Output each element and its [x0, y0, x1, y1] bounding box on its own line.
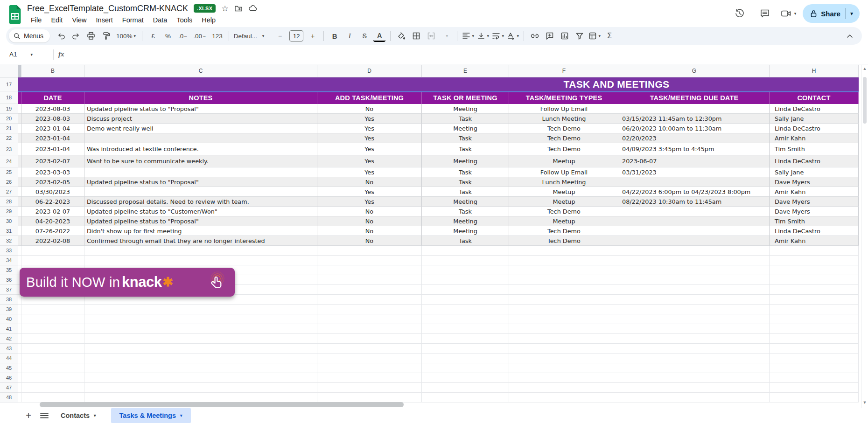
header-notes[interactable]: NOTES — [84, 91, 317, 104]
cell-due-date[interactable]: 06/20/2023 10:00am to 11:30am — [619, 124, 770, 133]
cell-task-or-meeting[interactable]: Meeting — [422, 226, 509, 236]
row-number[interactable]: 44 — [0, 354, 18, 363]
cell-notes[interactable]: Didn't show up for first meeting — [84, 226, 317, 236]
row-number[interactable]: 34 — [0, 256, 18, 265]
bold-button[interactable]: B — [329, 30, 341, 42]
row-number[interactable]: 22 — [0, 133, 18, 143]
cell-contact[interactable]: Linda DeCastro — [770, 226, 859, 236]
cell-add-task-meeting[interactable]: Yes — [317, 143, 422, 155]
row-number[interactable]: 19 — [0, 104, 18, 114]
print-button[interactable] — [85, 30, 97, 42]
sheet-tab-tasks-meetings[interactable]: Tasks & Meetings ▾ — [111, 408, 191, 423]
cell-contact[interactable]: Linda DeCastro — [770, 104, 859, 114]
row-number[interactable]: 46 — [0, 373, 18, 383]
name-box[interactable]: A1 ▾ — [0, 51, 49, 58]
cell-due-date[interactable] — [619, 207, 770, 216]
vertical-align-button[interactable]: ▾ — [477, 30, 489, 42]
grid-corner[interactable] — [0, 65, 18, 77]
paint-format-button[interactable] — [100, 30, 112, 42]
cell-contact[interactable]: Dave Myers — [770, 177, 859, 187]
row-number[interactable]: 36 — [0, 275, 18, 285]
sheets-logo-icon[interactable] — [7, 5, 22, 24]
cell-task-or-meeting[interactable]: Meeting — [422, 124, 509, 133]
cell-task-meeting-types[interactable]: Meetup — [509, 197, 619, 207]
cell-task-or-meeting[interactable]: Meeting — [422, 104, 509, 114]
sheet-tab-contacts[interactable]: Contacts ▾ — [52, 408, 105, 423]
menus-search-button[interactable]: Menus — [9, 29, 50, 42]
cell-due-date[interactable]: 04/09/2023 3:45pm to 4:45pm — [619, 143, 770, 155]
formula-input[interactable] — [64, 45, 868, 64]
cell-contact[interactable]: Sally Jane — [770, 114, 859, 124]
undo-button[interactable] — [55, 30, 67, 42]
cell-task-or-meeting[interactable]: Task — [422, 177, 509, 187]
header-due-date[interactable]: TASK/MEETING DUE DATE — [619, 91, 770, 104]
cell-add-task-meeting[interactable]: Yes — [317, 167, 422, 177]
menu-help[interactable]: Help — [198, 16, 219, 24]
row-number[interactable]: 28 — [0, 197, 18, 207]
menu-format[interactable]: Format — [119, 16, 147, 24]
row-number[interactable]: 39 — [0, 305, 18, 314]
row-number[interactable]: 29 — [0, 207, 18, 216]
cell-contact[interactable]: Linda DeCastro — [770, 155, 859, 167]
cell-date[interactable]: 2023-01-04 — [21, 133, 84, 143]
cell-task-meeting-types[interactable]: Tech Demo — [509, 143, 619, 155]
cell-task-meeting-types[interactable]: Follow Up Email — [509, 167, 619, 177]
cell-contact[interactable]: Amir Kahn — [770, 236, 859, 246]
cell-due-date[interactable]: 2023-06-07 — [619, 155, 770, 167]
font-select[interactable]: Defaul...▾ — [234, 30, 265, 42]
cell-contact[interactable]: Linda DeCastro — [770, 124, 859, 133]
row-number[interactable]: 33 — [0, 246, 18, 256]
row-number[interactable]: 31 — [0, 226, 18, 236]
decrease-decimal-button[interactable]: .0← — [177, 30, 189, 42]
row-number[interactable]: 43 — [0, 344, 18, 354]
cell-add-task-meeting[interactable]: Yes — [317, 133, 422, 143]
cell-notes[interactable]: Demo went really well — [84, 124, 317, 133]
tab-menu-caret-icon[interactable]: ▾ — [94, 413, 96, 418]
row-number[interactable]: 48 — [0, 393, 18, 402]
knack-banner[interactable]: Build it NOW in knack ✱ — [20, 268, 235, 297]
cell-date[interactable]: 2023-01-04 — [21, 124, 84, 133]
cell-add-task-meeting[interactable]: Yes — [317, 197, 422, 207]
menu-file[interactable]: File — [27, 16, 45, 24]
name-box-caret-icon[interactable]: ▾ — [31, 52, 33, 57]
cell-task-meeting-types[interactable]: Tech Demo — [509, 226, 619, 236]
row-number[interactable]: 38 — [0, 295, 18, 305]
cell-task-or-meeting[interactable]: Task — [422, 207, 509, 216]
row-number[interactable]: 41 — [0, 324, 18, 334]
cell-task-or-meeting[interactable]: Task — [422, 167, 509, 177]
number-format-button[interactable]: 123 — [210, 30, 224, 42]
create-filter-button[interactable] — [574, 30, 586, 42]
row-number[interactable]: 30 — [0, 216, 18, 226]
cell-task-or-meeting[interactable]: Task — [422, 114, 509, 124]
increase-decimal-button[interactable]: .00→ — [192, 30, 208, 42]
cell-task-meeting-types[interactable]: Lunch Meeting — [509, 114, 619, 124]
menu-edit[interactable]: Edit — [47, 16, 66, 24]
cell-task-or-meeting[interactable]: Task — [422, 236, 509, 246]
text-wrap-button[interactable]: ▾ — [492, 30, 504, 42]
table-views-button[interactable]: ▾ — [588, 30, 601, 42]
cell-contact[interactable]: Tim Smith — [770, 216, 859, 226]
zoom-select[interactable]: 100%▾ — [115, 30, 137, 42]
cell-notes[interactable]: Want to be sure to communicate weekly. — [84, 155, 317, 167]
cell-task-meeting-types[interactable]: Tech Demo — [509, 236, 619, 246]
cell-add-task-meeting[interactable]: No — [317, 216, 422, 226]
cell-add-task-meeting[interactable]: No — [317, 177, 422, 187]
row-number[interactable]: 40 — [0, 314, 18, 324]
insert-chart-button[interactable] — [559, 30, 571, 42]
cell-date[interactable]: 2023-02-07 — [21, 155, 84, 167]
vertical-scrollbar[interactable]: ▲ ▼ — [861, 65, 868, 408]
row-number[interactable]: 32 — [0, 236, 18, 246]
cell-task-or-meeting[interactable]: Task — [422, 187, 509, 197]
horizontal-scrollbar-thumb[interactable] — [40, 402, 404, 407]
row-number[interactable]: 47 — [0, 383, 18, 393]
cell-date[interactable]: 2023-08-03 — [21, 114, 84, 124]
cell-task-meeting-types[interactable]: Meetup — [509, 216, 619, 226]
cell-add-task-meeting[interactable]: No — [317, 104, 422, 114]
cell-contact[interactable]: Dave Myers — [770, 197, 859, 207]
move-folder-icon[interactable] — [234, 4, 243, 13]
row-number[interactable]: 42 — [0, 334, 18, 344]
row-number[interactable]: 37 — [0, 285, 18, 295]
cell-add-task-meeting[interactable]: Yes — [317, 187, 422, 197]
header-task-or-meeting[interactable]: TASK OR MEETING — [422, 91, 509, 104]
cell-contact[interactable]: Amir Kahn — [770, 187, 859, 197]
